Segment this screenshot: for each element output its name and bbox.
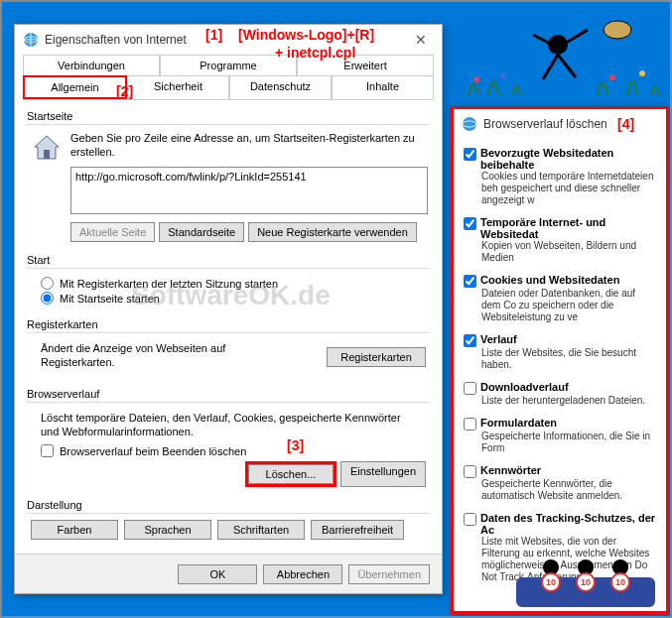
decoration-top: [459, 10, 667, 99]
radio-homepage[interactable]: Mit Startseite starten: [41, 292, 426, 305]
delete-option-1: Temporäre Internet- und WebsitedatKopien…: [464, 216, 656, 264]
history-label: Browserverlauf: [27, 388, 430, 400]
appearance-label: Darstellung: [27, 499, 430, 511]
tab-programme[interactable]: Programme: [160, 55, 297, 75]
tab-erweitert[interactable]: Erweitert: [297, 55, 434, 75]
delete-option-desc-2: Dateien oder Datenbanken, die auf dem Co…: [481, 288, 656, 323]
btn-ok[interactable]: OK: [178, 564, 257, 584]
delete-option-7: Daten des Tracking-Schutzes, der AcListe…: [464, 512, 656, 583]
delete-option-desc-4: Liste der heruntergeladenen Dateien.: [481, 395, 656, 407]
btn-apply[interactable]: Übernehmen: [348, 564, 430, 584]
svg-point-0: [604, 21, 631, 39]
startseite-desc: Geben Sie pro Zeile eine Adresse an, um …: [70, 131, 426, 160]
tab-inhalte[interactable]: Inhalte: [332, 75, 434, 99]
tabs-desc: Ändert die Anzeige von Webseiten auf Reg…: [41, 341, 289, 370]
btn-delete-history[interactable]: Löschen...: [248, 464, 334, 484]
tab-datenschutz[interactable]: Datenschutz: [229, 75, 332, 99]
btn-colors[interactable]: Farben: [31, 520, 118, 540]
delete-option-desc-0: Cookies und temporäre Internetdateien be…: [481, 171, 656, 206]
close-button[interactable]: ✕: [408, 30, 434, 50]
btn-languages[interactable]: Sprachen: [124, 520, 211, 540]
internet-icon: [23, 32, 39, 48]
delete-option-check-0[interactable]: Bevorzugte Websitedaten beibehalte: [464, 147, 656, 171]
delete-option-4: DownloadverlaufListe der heruntergeladen…: [464, 381, 656, 407]
delete-option-check-3[interactable]: Verlauf: [464, 333, 656, 347]
delete-option-2: Cookies und WebsitedatenDateien oder Dat…: [464, 274, 656, 323]
delete-option-3: VerlaufListe der Websites, die Sie besuc…: [464, 333, 656, 371]
svg-point-4: [609, 74, 615, 80]
startseite-label: Startseite: [27, 110, 430, 122]
delete-option-0: Bevorzugte Websitedaten beibehalteCookie…: [464, 147, 656, 206]
window-title: Eigenschaften von Internet: [45, 33, 187, 47]
homepage-url-input[interactable]: http://go.microsoft.com/fwlink/p/?LinkId…: [70, 167, 428, 214]
delete-option-desc-1: Kopien von Webseiten, Bildern und Medien: [481, 240, 656, 264]
svg-point-2: [473, 76, 479, 82]
delete-option-6: KennwörterGespeicherte Kennwörter, die a…: [464, 464, 656, 502]
delete-option-5: FormulardatenGespeicherte Informationen,…: [464, 417, 656, 454]
delete-option-desc-5: Gespeicherte Informationen, die Sie in F…: [481, 431, 656, 454]
svg-point-1: [548, 35, 568, 55]
tabs-section-label: Registerkarten: [27, 318, 430, 330]
chk-delete-on-exit[interactable]: Browserverlauf beim Beenden löschen: [41, 444, 426, 457]
delete-option-check-1[interactable]: Temporäre Internet- und Websitedat: [464, 216, 656, 240]
titlebar: Eigenschaften von Internet ✕: [15, 25, 442, 55]
btn-fonts[interactable]: Schriftarten: [217, 520, 305, 540]
del-titlebar: Browserverlauf löschen: [454, 109, 666, 139]
history-desc: Löscht temporäre Dateien, den Verlauf, C…: [41, 411, 418, 439]
btn-tabs[interactable]: Registerkarten: [327, 347, 426, 367]
delete-option-check-6[interactable]: Kennwörter: [464, 464, 656, 478]
btn-accessibility[interactable]: Barrierefreiheit: [311, 520, 404, 540]
svg-point-3: [500, 72, 506, 78]
home-icon: [31, 131, 63, 163]
start-label: Start: [27, 254, 430, 266]
radio-last-session[interactable]: Mit Registerkarten der letzten Sitzung s…: [41, 277, 426, 290]
tab-strip: Verbindungen Programme Erweitert Allgeme…: [23, 55, 434, 100]
tab-allgemein[interactable]: Allgemein: [23, 75, 127, 99]
svg-rect-8: [44, 150, 50, 159]
del-window-title: Browserverlauf löschen: [483, 117, 607, 131]
btn-default-page[interactable]: Standardseite: [159, 222, 244, 242]
tab-sicherheit[interactable]: Sicherheit: [127, 75, 229, 99]
delete-option-desc-3: Liste der Websites, die Sie besucht habe…: [481, 347, 656, 371]
internet-properties-window: Eigenschaften von Internet ✕ Verbindunge…: [14, 24, 443, 594]
delete-history-window: Browserverlauf löschen Bevorzugte Websit…: [451, 106, 669, 614]
delete-option-check-2[interactable]: Cookies und Websitedaten: [464, 274, 656, 288]
btn-current-page[interactable]: Aktuelle Seite: [70, 222, 155, 242]
dialog-buttons: OK Abbrechen Übernehmen: [15, 554, 442, 593]
delete-option-check-5[interactable]: Formulardaten: [464, 417, 656, 431]
btn-history-settings[interactable]: Einstellungen: [340, 461, 426, 487]
delete-options-list: Bevorzugte Websitedaten beibehalteCookie…: [454, 139, 666, 601]
delete-option-check-4[interactable]: Downloadverlauf: [464, 381, 656, 395]
svg-point-5: [639, 70, 645, 76]
internet-icon: [462, 116, 477, 132]
btn-new-tab[interactable]: Neue Registerkarte verwenden: [248, 222, 417, 242]
delete-option-desc-7: Liste mit Websites, die von der Filterun…: [481, 536, 656, 583]
delete-option-check-7[interactable]: Daten des Tracking-Schutzes, der Ac: [464, 512, 656, 536]
delete-option-desc-6: Gespeicherte Kennwörter, die automatisch…: [481, 478, 656, 502]
svg-point-9: [463, 117, 476, 131]
tab-verbindungen[interactable]: Verbindungen: [23, 55, 160, 75]
btn-cancel[interactable]: Abbrechen: [263, 564, 342, 584]
tab-content: Startseite Geben Sie pro Zeile eine Adre…: [15, 100, 442, 557]
